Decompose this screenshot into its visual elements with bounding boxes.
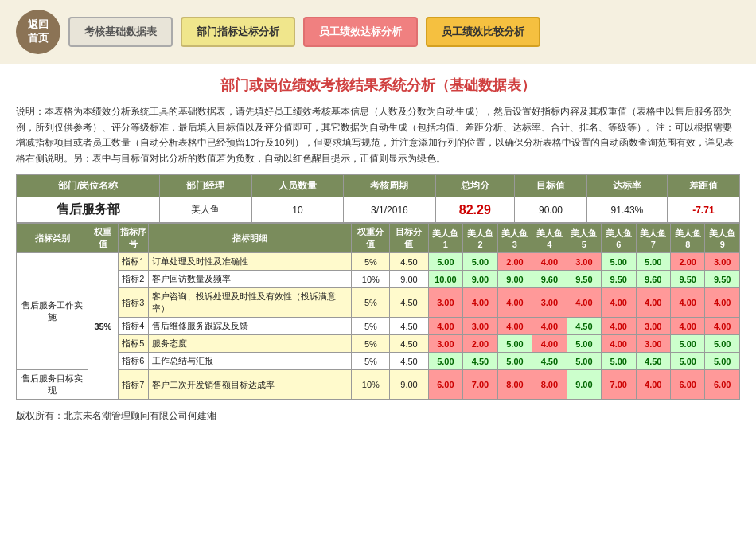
total-score: 82.29 [435,197,514,223]
weight-val-cell: 5% [352,288,390,318]
score-cell: 4.50 [636,353,670,370]
score-cell: 3.00 [428,335,463,353]
page-title-area: 部门或岗位绩效考核结果系统分析（基础数据表） [0,64,756,100]
score-cell: 3.00 [463,318,497,335]
col-diff: 差距值 [667,175,739,197]
type-cell: 售后服务工作实施 [17,253,88,370]
index-cell: 指标1 [118,253,148,271]
score-cell: 2.00 [463,335,497,353]
detail-cell: 工作总结与汇报 [148,353,352,370]
target-val-cell: 4.50 [390,288,428,318]
detail-cell: 客户二次开发销售额目标达成率 [148,370,352,400]
col-dept: 部门/岗位名称 [17,175,160,197]
weight-val-cell: 5% [352,353,390,370]
score-cell: 2.00 [670,253,704,271]
nav-btn-base[interactable]: 考核基础数据表 [68,17,173,47]
col-count: 人员数量 [251,175,343,197]
weight-val-cell: 5% [352,318,390,335]
weight-val-cell: 10% [352,370,390,400]
score-cell: 5.00 [670,353,704,370]
score-cell: 4.00 [532,335,567,353]
data-header-row: 指标类别 权重值 指标序号 指标明细 权重分值 目标分值 美人鱼1 美人鱼2 美… [17,224,740,253]
score-cell: 5.00 [567,335,601,353]
table-row: 售后服务工作实施35%指标1订单处理及时性及准确性5%4.505.005.002… [17,253,740,271]
index-cell: 指标4 [118,318,148,335]
home-button[interactable]: 返回 首页 [16,10,60,54]
score-cell: 6.00 [705,370,740,400]
score-cell: 3.00 [636,335,670,353]
target-val-cell: 9.00 [390,271,428,288]
detail-cell: 客户咨询、投诉处理及时性及有效性（投诉满意率） [148,288,352,318]
score-cell: 3.00 [567,253,601,271]
target-val-cell: 9.00 [390,370,428,400]
score-cell: 5.00 [705,335,740,353]
score-cell: 4.00 [497,318,532,335]
col-index: 指标序号 [118,224,148,253]
target-val-cell: 4.50 [390,318,428,335]
score-cell: 9.00 [567,370,601,400]
score-cell: 5.00 [463,253,497,271]
table-container: 部门/岗位名称 部门经理 人员数量 考核周期 总均分 目标值 达标率 差距值 售… [0,174,756,400]
score-cell: 9.50 [567,271,601,288]
type-cell: 售后服务目标实现 [17,370,88,400]
score-cell: 10.00 [428,271,463,288]
score-cell: 9.50 [602,271,636,288]
table-row: 指标6工作总结与汇报5%4.505.004.505.004.505.005.00… [17,353,740,370]
score-cell: 4.00 [463,288,497,318]
score-cell: 6.00 [428,370,463,400]
col-type: 指标类别 [17,224,88,253]
score-cell: 6.00 [670,370,704,400]
nav-btn-emp[interactable]: 员工绩效达标分析 [303,17,418,47]
data-table: 指标类别 权重值 指标序号 指标明细 权重分值 目标分值 美人鱼1 美人鱼2 美… [16,223,740,400]
detail-cell: 客户回访数量及频率 [148,271,352,288]
score-cell: 3.00 [705,253,740,271]
score-cell: 5.00 [497,353,532,370]
col-rate: 达标率 [587,175,668,197]
nav-btn-dept[interactable]: 部门指标达标分析 [181,17,295,47]
rate-value: 91.43% [587,197,668,223]
target-val-cell: 4.50 [390,335,428,353]
score-cell: 9.50 [670,271,704,288]
score-cell: 5.00 [428,253,463,271]
score-cell: 9.60 [636,271,670,288]
col-p1: 美人鱼1 [428,224,463,253]
table-row: 指标3客户咨询、投诉处理及时性及有效性（投诉满意率）5%4.503.004.00… [17,288,740,318]
target-value: 90.00 [514,197,586,223]
score-cell: 4.00 [602,318,636,335]
score-cell: 5.00 [705,353,740,370]
nav-btn-comp[interactable]: 员工绩效比较分析 [426,17,540,47]
col-p3: 美人鱼3 [497,224,532,253]
diff-value: -7.71 [667,197,739,223]
score-cell: 2.00 [497,253,532,271]
footer: 版权所有：北京未名潮管理顾问有限公司何建湘 [0,400,756,432]
col-tval: 目标分值 [390,224,428,253]
score-cell: 4.00 [602,335,636,353]
score-cell: 5.00 [602,353,636,370]
info-table: 部门/岗位名称 部门经理 人员数量 考核周期 总均分 目标值 达标率 差距值 售… [16,174,740,223]
col-p6: 美人鱼6 [602,224,636,253]
score-cell: 9.00 [463,271,497,288]
info-row: 售后服务部 美人鱼 10 3/1/2016 82.29 90.00 91.43%… [17,197,740,223]
review-period: 3/1/2016 [344,197,435,223]
score-cell: 3.00 [532,288,567,318]
col-detail: 指标明细 [148,224,352,253]
score-cell: 5.00 [602,253,636,271]
score-cell: 5.00 [567,353,601,370]
col-target: 目标值 [514,175,586,197]
col-weight: 权重值 [88,224,119,253]
score-cell: 4.50 [463,353,497,370]
score-cell: 4.00 [636,370,670,400]
score-cell: 4.00 [705,288,740,318]
col-p9: 美人鱼9 [705,224,740,253]
score-cell: 9.50 [705,271,740,288]
detail-cell: 订单处理及时性及准确性 [148,253,352,271]
weight-cell: 35% [88,253,119,400]
score-cell: 4.00 [670,288,704,318]
score-cell: 4.00 [497,288,532,318]
description: 说明：本表格为本绩效分析系统工具的基础数据表，请先填好员工绩效考核基本信息（人数… [0,100,756,174]
target-val-cell: 4.50 [390,253,428,271]
table-row: 售后服务目标实现指标7客户二次开发销售额目标达成率10%9.006.007.00… [17,370,740,400]
employee-count: 10 [251,197,343,223]
detail-cell: 售后维修服务跟踪及反馈 [148,318,352,335]
col-period: 考核周期 [344,175,435,197]
